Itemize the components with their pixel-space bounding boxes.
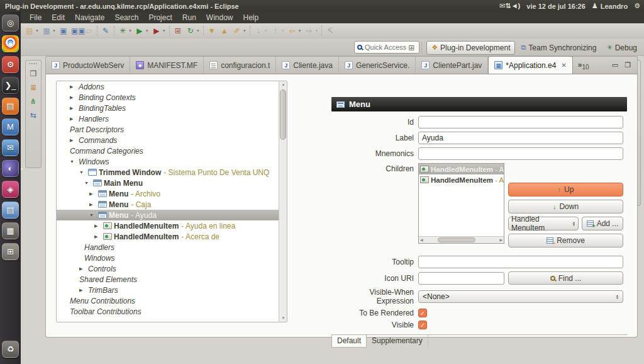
launcher-item[interactable]: ▸ ▤ ◂ <box>2 98 19 115</box>
toolbar-button[interactable]: ▶ ▼ <box>133 25 150 37</box>
scroll-down-arrow[interactable]: ▼ <box>280 315 287 322</box>
menu-item[interactable]: Project <box>143 12 177 23</box>
tree-row[interactable]: ▶ Menu Caja <box>57 199 287 210</box>
minimize-editor-icon[interactable]: ▭ <box>612 61 618 69</box>
menu-item[interactable]: Help <box>238 12 264 23</box>
toolbar-button[interactable]: ▦ ▼ <box>40 25 57 37</box>
children-list[interactable]: HandledMenuItem Ayu HandledMenuItem Ace <box>418 163 504 244</box>
indicator-icon[interactable]: ⇅ <box>506 2 511 9</box>
dropdown-arrow-icon[interactable]: ▼ <box>196 29 200 33</box>
up-button[interactable]: ↑ Up <box>508 183 623 196</box>
perspective-button[interactable]: ⧉ Team Synchronizing <box>516 42 601 54</box>
indicator-icon[interactable]: ◄) <box>511 2 521 9</box>
toolbar-button[interactable]: ✐ ▼ <box>231 25 248 37</box>
toolbar-button[interactable]: ✎ ▼ <box>99 25 112 37</box>
expand-arrow-icon[interactable]: ▼ <box>84 181 93 185</box>
tree-row[interactable]: ▶ Menu Archivo <box>57 188 287 199</box>
toolbar-button[interactable]: ↻ ▼ <box>184 25 201 37</box>
tree-row[interactable]: ▶ Addons <box>57 81 287 92</box>
toolbar-button[interactable]: ▼ <box>201 25 206 37</box>
to-be-rendered-checkbox[interactable] <box>418 309 427 317</box>
tree-row[interactable]: Toolbar Contributions <box>57 306 287 317</box>
toolbar-button[interactable]: ↑ ▼ <box>269 25 286 37</box>
scrollbar-thumb[interactable] <box>280 89 286 140</box>
dropdown-arrow-icon[interactable]: ▼ <box>52 29 56 33</box>
indicator-icon[interactable]: ✉ <box>499 2 505 9</box>
editor-tab[interactable]: configuracion.t <box>204 57 276 74</box>
perspective-button[interactable]: ❖ Plug-in Development <box>426 41 515 55</box>
expand-arrow-icon[interactable]: ▶ <box>79 288 88 293</box>
children-horizontal-scrollbar[interactable]: ◀▶ <box>419 236 504 243</box>
launcher-item[interactable]: ▸ ◉ ◂ <box>2 35 19 52</box>
tree-row[interactable]: ▶ BindingTables <box>57 103 287 113</box>
menu-item[interactable]: Navigate <box>70 12 109 23</box>
tree-row[interactable]: Handlers <box>57 242 287 253</box>
dropdown-arrow-icon[interactable]: ▼ <box>281 29 285 33</box>
icon-uri-field[interactable] <box>418 272 504 285</box>
toolbar-button[interactable]: ▣ ▼ <box>57 25 70 37</box>
tree-row[interactable]: ▶ Handlers <box>57 113 287 124</box>
tree-row[interactable]: ▼ Menu Ayuda <box>57 210 287 220</box>
expand-arrow-icon[interactable]: ▶ <box>70 95 79 100</box>
tree-row[interactable]: ▶ HandledMenuItem Ayuda en linea <box>57 220 287 231</box>
tree-row[interactable]: ▶ TrimBars <box>57 285 287 295</box>
editor-tab[interactable]: *Application.e4 ✕ <box>488 56 572 74</box>
visible-when-combo[interactable]: <None> ▲▼ <box>418 290 623 303</box>
toolbar-button[interactable]: ▱ ▼ <box>82 25 95 37</box>
editor-tab[interactable]: GenericService. <box>339 57 416 74</box>
menu-item[interactable]: Search <box>109 12 143 23</box>
toolbar-button[interactable]: ✳ ▼ <box>116 25 133 37</box>
menu-item[interactable]: File <box>25 12 47 23</box>
toolbar-button[interactable]: ▼ ▼ <box>206 25 218 37</box>
toolbar-button[interactable]: ⊞ ▼ <box>172 25 184 37</box>
dropdown-arrow-icon[interactable]: ▼ <box>243 29 247 33</box>
expand-arrow-icon[interactable]: ▶ <box>70 84 79 89</box>
menu-item[interactable]: Edit <box>47 12 70 23</box>
expand-arrow-icon[interactable]: ▶ <box>89 202 98 207</box>
dropdown-arrow-icon[interactable]: ▼ <box>298 29 302 33</box>
editor-tab[interactable]: ClientePart.jav <box>416 57 488 74</box>
tree-row[interactable]: Shared Elements <box>57 274 287 285</box>
close-tab-icon[interactable]: ✕ <box>561 62 566 69</box>
form-subtab[interactable]: Default <box>331 335 367 348</box>
children-list-item[interactable]: HandledMenuItem Ace <box>419 174 504 185</box>
user-menu[interactable]: ♟ Leandro <box>592 2 628 10</box>
launcher-item[interactable]: ▸ ◐ ◂ <box>2 160 19 177</box>
perspective-button[interactable]: ✳ Debug <box>602 42 641 54</box>
toolbar-button[interactable]: ▲ ▼ <box>218 25 231 37</box>
tree-row[interactable]: Menu Contributions <box>57 295 287 306</box>
launcher-item[interactable]: ▸ ✉ ◂ <box>2 139 19 156</box>
expand-arrow-icon[interactable]: ▼ <box>89 213 98 217</box>
dropdown-arrow-icon[interactable]: ▼ <box>315 29 319 33</box>
tree-row[interactable]: ▶ Controls <box>57 263 287 274</box>
tooltip-field[interactable] <box>418 256 623 268</box>
maximize-editor-icon[interactable]: ❐ <box>625 61 631 69</box>
open-perspective-icon[interactable]: ⊞ <box>406 43 417 52</box>
editor-tab[interactable]: Cliente.java <box>276 57 339 74</box>
toolbar-button[interactable]: ↸ ▼ <box>324 25 336 37</box>
toolbar-button[interactable]: ▼ <box>167 25 172 37</box>
tree-row[interactable]: ▶ Binding Contexts <box>57 92 287 103</box>
launcher-item[interactable]: ▸ ◈ ◂ <box>2 181 19 198</box>
toolbar-button[interactable]: ▼ <box>248 25 252 37</box>
expand-arrow-icon[interactable]: ▶ <box>79 266 88 271</box>
minimized-view-icon[interactable]: ⋔ <box>27 95 40 108</box>
toolbar-button[interactable]: ▼ <box>112 25 116 37</box>
tree-row[interactable]: ▶ Commands <box>57 135 287 145</box>
expand-arrow-icon[interactable]: ▶ <box>70 117 79 122</box>
label-field[interactable] <box>418 132 623 144</box>
id-field[interactable] <box>418 116 623 128</box>
expand-arrow-icon[interactable]: ▶ <box>70 106 79 111</box>
remove-button[interactable]: − Remove <box>508 234 623 247</box>
toolbar-button[interactable]: ↓ ▼ <box>252 25 269 37</box>
tree-row[interactable]: ▶ HandledMenuItem Acerca de <box>57 231 287 242</box>
clock[interactable]: vie 12 de jul 16:26 <box>526 3 586 10</box>
mnemonics-field[interactable] <box>418 147 623 160</box>
toolbar-button[interactable]: ⇨ ▼ <box>303 25 320 37</box>
editor-tab[interactable]: ProductoWebServ <box>46 57 130 74</box>
tree-row[interactable]: Command Categories <box>57 145 287 156</box>
expand-arrow-icon[interactable]: ▶ <box>94 224 103 229</box>
toolbar-button[interactable]: ▤ ▼ <box>23 25 40 37</box>
expand-arrow-icon[interactable]: ▶ <box>70 138 79 143</box>
editor-tab[interactable]: MANIFEST.MF <box>130 57 204 74</box>
